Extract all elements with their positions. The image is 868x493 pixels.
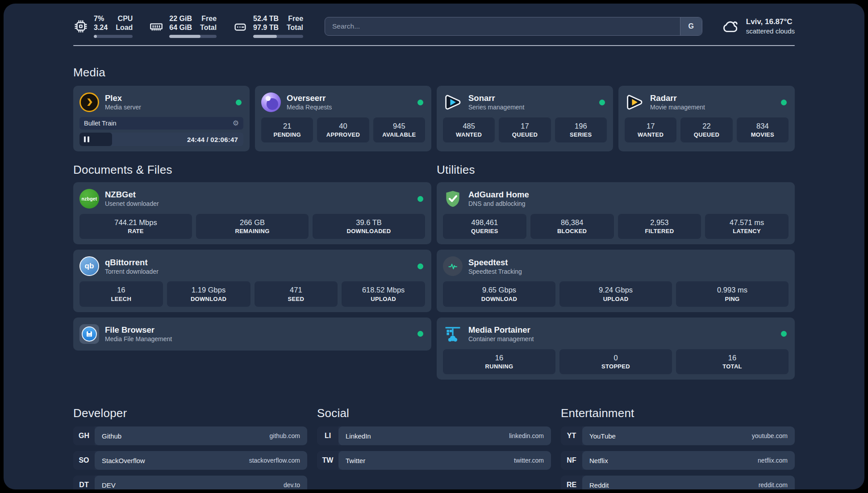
entertainment-section-title: Entertainment bbox=[561, 406, 795, 420]
screen-frame: 7% 3.24 CPU Load bbox=[0, 0, 868, 493]
utilities-section-title: Utilities bbox=[437, 163, 795, 177]
app-desc: Movie management bbox=[650, 104, 775, 112]
cpu-usage: 7% bbox=[94, 14, 108, 23]
search-engine-button[interactable]: G bbox=[680, 17, 702, 35]
portainer-icon bbox=[443, 324, 463, 344]
card-adguard[interactable]: AdGuard Home DNS and adblocking 498,461 … bbox=[437, 182, 795, 244]
ram-icon bbox=[149, 19, 164, 34]
link-pill: LinkedIn linkedin.com bbox=[338, 426, 551, 445]
developer-section-title: Developer bbox=[73, 406, 307, 420]
link-linkedin[interactable]: LI LinkedIn linkedin.com bbox=[317, 426, 551, 445]
storage-label-2: Total bbox=[287, 23, 303, 32]
disk-icon bbox=[233, 19, 248, 34]
overseerr-icon bbox=[261, 92, 281, 112]
card-qbittorrent[interactable]: qb qBittorrent Torrent downloader 16 LEE… bbox=[73, 250, 431, 312]
stat-download: 1.19 Gbps DOWNLOAD bbox=[167, 281, 250, 306]
plex-icon bbox=[79, 92, 99, 112]
stat-series: 196 SERIES bbox=[555, 117, 607, 142]
stat-wanted: 485 WANTED bbox=[443, 117, 495, 142]
weather-widget: Lviv, 16.87°C scattered clouds bbox=[721, 17, 795, 36]
documents-column: Documents & Files nzbget NZBGet Usenet d… bbox=[73, 151, 431, 356]
link-abbr: GH bbox=[73, 426, 95, 445]
app-name: File Browser bbox=[105, 325, 412, 335]
filebrowser-icon bbox=[79, 324, 99, 344]
link-abbr: NF bbox=[561, 451, 582, 470]
cpu-icon bbox=[73, 19, 88, 34]
link-dev[interactable]: DT DEV dev.to bbox=[73, 476, 307, 489]
stat-download: 9.65 Gbps DOWNLOAD bbox=[443, 281, 555, 306]
app-name: Overseerr bbox=[287, 93, 412, 103]
link-reddit[interactable]: RE Reddit reddit.com bbox=[561, 476, 795, 489]
app-name: NZBGet bbox=[105, 189, 412, 200]
card-radarr[interactable]: Radarr Movie management 17 WANTED 22 QUE… bbox=[618, 86, 795, 151]
stat-upload: 618.52 Mbps UPLOAD bbox=[342, 281, 425, 306]
cpu-progress-bar bbox=[94, 35, 133, 38]
search-input[interactable] bbox=[325, 17, 702, 36]
app-desc: Series management bbox=[468, 104, 593, 112]
cpu-stat: 7% 3.24 CPU Load bbox=[73, 14, 133, 38]
card-portainer[interactable]: Media Portainer Container management 16 … bbox=[437, 318, 795, 380]
app-name: Plex bbox=[105, 93, 230, 103]
nzbget-icon: nzbget bbox=[79, 189, 99, 209]
now-playing-title: Bullet Train bbox=[84, 120, 117, 127]
status-dot bbox=[417, 263, 423, 269]
top-bar: 7% 3.24 CPU Load bbox=[73, 4, 795, 38]
sonarr-icon bbox=[443, 92, 463, 112]
link-twitter[interactable]: TW Twitter twitter.com bbox=[317, 451, 551, 470]
memory-label-1: Free bbox=[201, 14, 217, 23]
app-name: Radarr bbox=[650, 93, 775, 103]
social-column: Social LI LinkedIn linkedin.com TW Twitt… bbox=[317, 385, 551, 476]
cpu-load-avg: 3.24 bbox=[94, 23, 108, 32]
media-grid: Plex Media server Bullet Train ⚙ 24:44 /… bbox=[73, 86, 795, 151]
app-desc: Usenet downloader bbox=[105, 200, 412, 208]
system-stats: 7% 3.24 CPU Load bbox=[73, 14, 303, 38]
card-overseerr[interactable]: Overseerr Media Requests 21 PENDING 40 A… bbox=[255, 86, 431, 151]
app-name: Sonarr bbox=[468, 93, 593, 103]
card-sonarr[interactable]: Sonarr Series management 485 WANTED 17 Q… bbox=[437, 86, 613, 151]
stat-available: 945 AVAILABLE bbox=[373, 117, 425, 142]
qbittorrent-icon: qb bbox=[79, 256, 99, 276]
app-desc: Media Requests bbox=[287, 104, 412, 112]
stat-upload: 9.24 Gbps UPLOAD bbox=[559, 281, 672, 306]
stat-stopped: 0 STOPPED bbox=[559, 349, 672, 374]
link-github[interactable]: GH Github github.com bbox=[73, 426, 307, 445]
header-divider bbox=[73, 45, 795, 46]
dashboard-panel: 7% 3.24 CPU Load bbox=[4, 4, 864, 489]
stat-leech: 16 LEECH bbox=[79, 281, 163, 306]
link-pill: DEV dev.to bbox=[95, 476, 307, 489]
link-abbr: YT bbox=[561, 426, 582, 445]
app-name: Media Portainer bbox=[468, 325, 775, 335]
memory-free: 22 GiB bbox=[169, 14, 192, 23]
memory-progress-bar bbox=[169, 35, 217, 38]
weather-location: Lviv, 16.87°C bbox=[746, 17, 795, 27]
link-abbr: TW bbox=[317, 451, 338, 470]
card-filebrowser[interactable]: File Browser Media File Management bbox=[73, 318, 431, 351]
pause-icon[interactable] bbox=[84, 137, 89, 142]
link-pill: Twitter twitter.com bbox=[338, 451, 551, 470]
status-dot bbox=[236, 100, 242, 105]
card-plex[interactable]: Plex Media server Bullet Train ⚙ 24:44 /… bbox=[73, 86, 250, 151]
link-netflix[interactable]: NF Netflix netflix.com bbox=[561, 451, 795, 470]
app-name: qBittorrent bbox=[105, 257, 412, 267]
storage-total: 97.9 TB bbox=[253, 23, 279, 32]
cpu-label-1: CPU bbox=[118, 14, 133, 23]
link-stackoverflow[interactable]: SO StackOverflow stackoverflow.com bbox=[73, 451, 307, 470]
app-desc: DNS and adblocking bbox=[468, 200, 789, 208]
link-youtube[interactable]: YT YouTube youtube.com bbox=[561, 426, 795, 445]
link-abbr: DT bbox=[73, 476, 95, 489]
stat-wanted: 17 WANTED bbox=[625, 117, 676, 142]
stat-downloaded: 39.6 TB DOWNLOADED bbox=[313, 214, 425, 239]
link-pill: Reddit reddit.com bbox=[582, 476, 795, 489]
card-speedtest[interactable]: Speedtest Speedtest Tracking 9.65 Gbps D… bbox=[437, 250, 795, 312]
stat-seed: 471 SEED bbox=[255, 281, 338, 306]
link-abbr: LI bbox=[317, 426, 338, 445]
cloud-icon bbox=[721, 17, 740, 36]
media-section-title: Media bbox=[73, 66, 795, 79]
entertainment-column: Entertainment YT YouTube youtube.com NF … bbox=[561, 385, 795, 489]
search-bar: G bbox=[325, 17, 702, 36]
stat-pending: 21 PENDING bbox=[261, 117, 313, 142]
card-nzbget[interactable]: nzbget NZBGet Usenet downloader 744.21 M… bbox=[73, 182, 431, 244]
app-name: AdGuard Home bbox=[468, 189, 789, 200]
gear-icon[interactable]: ⚙ bbox=[233, 120, 239, 127]
link-pill: Netflix netflix.com bbox=[582, 451, 795, 470]
